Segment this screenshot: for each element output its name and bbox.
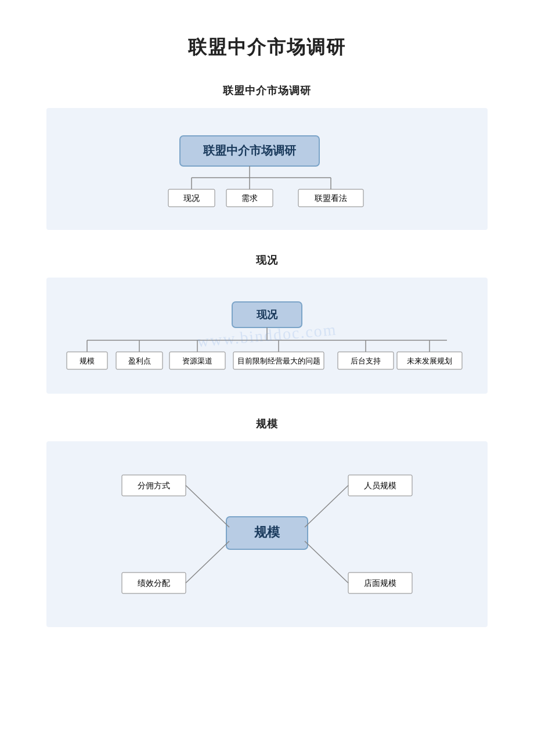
diagram2-container: www.binddoc.com 现况 规模 盈利点 资源渠道 <box>46 278 488 394</box>
diagram2-c1: 规模 <box>80 357 95 365</box>
diagram3-tr: 人员规模 <box>364 481 396 490</box>
diagram3-container: 规模 分佣方式 人员规模 绩效分配 店面规模 <box>46 441 488 627</box>
diagram1-root-text: 联盟中介市场调研 <box>203 144 296 157</box>
diagram3-tl: 分佣方式 <box>138 481 170 490</box>
svg-line-28 <box>305 485 348 527</box>
section2-label: 现况 <box>46 253 488 267</box>
svg-line-30 <box>186 541 229 583</box>
svg-line-32 <box>305 541 348 583</box>
section1-label: 联盟中介市场调研 <box>46 84 488 98</box>
diagram2-c3: 资源渠道 <box>182 357 212 365</box>
diagram2-svg: 现况 规模 盈利点 资源渠道 目前限制经营最大的问题 <box>64 295 470 376</box>
diagram1-child3-text: 联盟看法 <box>315 194 347 203</box>
diagram3-center-text: 规模 <box>254 525 280 539</box>
diagram3-br: 店面规模 <box>364 579 396 588</box>
diagram2-c5: 后台支持 <box>351 357 381 365</box>
diagram2-c2: 盈利点 <box>128 357 151 365</box>
diagram1-child1-text: 现况 <box>183 194 200 203</box>
diagram1-svg-wrapper: 联盟中介市场调研 现况 需求 联盟看法 <box>58 125 476 213</box>
diagram1-child2-text: 需求 <box>241 194 258 203</box>
svg-line-26 <box>186 485 229 527</box>
diagram1-svg: 联盟中介市场调研 现况 需求 联盟看法 <box>134 125 400 213</box>
page-title: 联盟中介市场调研 <box>46 35 488 60</box>
diagram3-bl: 绩效分配 <box>138 579 170 588</box>
diagram3-svg: 规模 分佣方式 人员规模 绩效分配 店面规模 <box>104 459 430 610</box>
diagram3-svg-wrapper: 规模 分佣方式 人员规模 绩效分配 店面规模 <box>58 459 476 610</box>
diagram2-root-text: 现况 <box>256 309 278 321</box>
diagram2-c6: 未来发展规划 <box>407 357 452 365</box>
diagram2-svg-wrapper: 现况 规模 盈利点 资源渠道 目前限制经营最大的问题 <box>58 295 476 376</box>
diagram1-container: 联盟中介市场调研 现况 需求 联盟看法 <box>46 108 488 230</box>
diagram2-c4: 目前限制经营最大的问题 <box>237 357 320 365</box>
section3-label: 规模 <box>46 417 488 431</box>
